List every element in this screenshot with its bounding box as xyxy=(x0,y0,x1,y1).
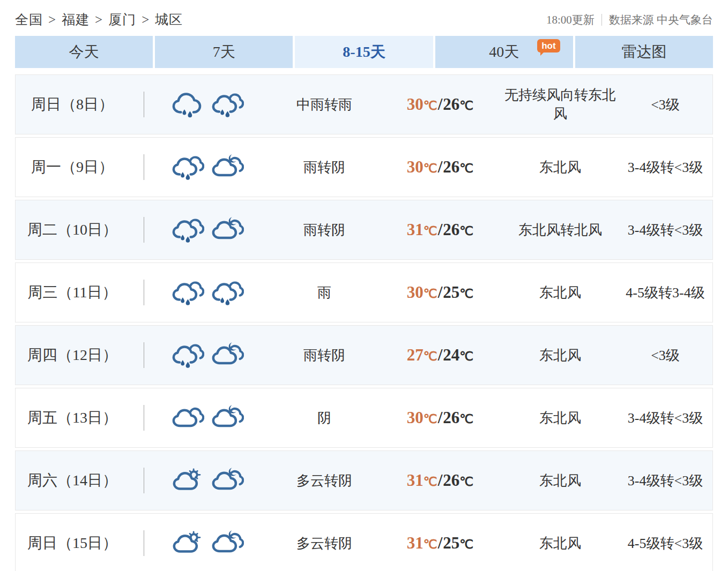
forecast-row: 周一（9日） 雨转阴 30℃/26℃ 东北风 3-4级转<3级 xyxy=(15,137,713,197)
day-label: 周三（11日） xyxy=(16,282,129,303)
temp-high: 31 xyxy=(407,534,424,552)
overcast-night-icon xyxy=(211,404,244,432)
temp-unit: ℃ xyxy=(459,162,473,175)
hot-badge: hot xyxy=(537,39,560,52)
day-label: 周日（15日） xyxy=(16,533,129,553)
temp-unit: ℃ xyxy=(424,224,437,238)
wind-direction: 东北风 xyxy=(502,409,618,427)
weather-icons xyxy=(144,404,271,432)
temp-unit: ℃ xyxy=(424,350,437,363)
temp-low: 26 xyxy=(443,408,459,427)
breadcrumb-separator: > xyxy=(142,12,150,27)
temp-separator: / xyxy=(438,408,443,427)
day-label: 周六（14日） xyxy=(16,470,129,491)
weather-text: 多云转阴 xyxy=(271,534,378,553)
temperature: 31℃/26℃ xyxy=(378,471,502,490)
tab-label: 40天 xyxy=(489,42,519,62)
temp-unit: ℃ xyxy=(459,350,473,363)
temp-low: 26 xyxy=(443,220,459,239)
weather-text: 雨转阴 xyxy=(271,158,378,177)
data-source: 数据来源 中央气象台 xyxy=(609,12,713,27)
weather-icons xyxy=(144,279,271,306)
overcast-night-icon xyxy=(211,153,244,181)
wind-level: 4-5级转3-4级 xyxy=(618,283,712,302)
temp-separator: / xyxy=(438,220,443,239)
wind-level: 3-4级转<3级 xyxy=(618,409,712,427)
wind-direction: 无持续风向转东北风 xyxy=(502,86,618,123)
weather-text: 阴 xyxy=(271,409,378,427)
breadcrumb-separator: > xyxy=(95,12,103,27)
temp-unit: ℃ xyxy=(424,538,437,551)
breadcrumb-item-district[interactable]: 城区 xyxy=(155,12,183,27)
temp-high: 30 xyxy=(407,408,424,427)
temperature: 30℃/26℃ xyxy=(378,157,502,177)
tab-radar[interactable]: 雷达图 xyxy=(575,36,713,68)
forecast-row: 周六（14日） 多云转阴 31℃/26℃ 东北风 3-4级转<3级 xyxy=(15,450,713,510)
wind-level: 4-5级转<3级 xyxy=(618,534,712,553)
wind-level: <3级 xyxy=(618,346,712,365)
temperature: 30℃/26℃ xyxy=(378,95,502,114)
breadcrumb-item-city[interactable]: 厦门 xyxy=(108,12,136,27)
weather-icons xyxy=(144,216,271,244)
breadcrumb-separator: > xyxy=(48,12,56,27)
wind-direction: 东北风 xyxy=(502,283,618,302)
overcast-night-icon xyxy=(211,467,244,494)
weather-icons xyxy=(144,91,271,118)
tab-40day[interactable]: 40天hot xyxy=(435,36,573,68)
temp-high: 30 xyxy=(407,283,424,302)
temperature: 31℃/25℃ xyxy=(378,534,502,553)
weather-icons xyxy=(144,467,271,494)
temperature: 27℃/24℃ xyxy=(378,345,502,365)
temp-unit: ℃ xyxy=(459,538,473,551)
overcast-night-icon xyxy=(211,529,244,557)
weather-icons xyxy=(144,529,271,557)
rain-icon xyxy=(171,279,204,306)
temp-separator: / xyxy=(438,534,443,552)
overcast-night-icon xyxy=(211,216,244,244)
temp-unit: ℃ xyxy=(424,412,437,426)
temp-high: 30 xyxy=(407,157,424,176)
temp-high: 31 xyxy=(407,471,424,490)
weather-text: 多云转阴 xyxy=(271,471,378,490)
forecast-row: 周三（11日） 雨 30℃/25℃ 东北风 4-5级转3-4级 xyxy=(15,262,713,322)
temperature: 30℃/25℃ xyxy=(378,283,502,302)
breadcrumb-item-national[interactable]: 全国 xyxy=(15,12,43,27)
temp-high: 27 xyxy=(407,345,424,364)
day-label: 周日（8日） xyxy=(16,94,129,115)
weather-text: 雨转阴 xyxy=(271,346,378,365)
wind-direction: 东北风转北风 xyxy=(502,221,618,239)
wind-level: 3-4级转<3级 xyxy=(618,221,712,239)
temp-unit: ℃ xyxy=(424,99,437,112)
wind-level: <3级 xyxy=(618,95,712,114)
tab-8-15day[interactable]: 8-15天 xyxy=(295,36,433,68)
tab-bar: 今天 7天 8-15天 40天hot 雷达图 xyxy=(15,36,713,68)
tab-label: 7天 xyxy=(213,42,235,62)
tab-today[interactable]: 今天 xyxy=(15,36,153,68)
temp-low: 26 xyxy=(443,157,459,176)
rain-icon xyxy=(211,279,244,306)
top-bar: 全国>福建>厦门>城区 18:00更新 数据来源 中央气象台 xyxy=(15,11,713,28)
tab-label: 今天 xyxy=(69,42,99,62)
cloudy-icon xyxy=(171,467,204,494)
day-label: 周一（9日） xyxy=(16,157,129,177)
temp-unit: ℃ xyxy=(459,224,473,238)
meta-divider xyxy=(601,14,602,26)
day-label: 周二（10日） xyxy=(16,220,129,240)
update-info: 18:00更新 数据来源 中央气象台 xyxy=(546,12,713,28)
temp-unit: ℃ xyxy=(424,162,437,175)
temperature: 30℃/26℃ xyxy=(378,408,502,427)
wind-direction: 东北风 xyxy=(502,534,618,553)
temp-unit: ℃ xyxy=(424,287,437,300)
breadcrumb: 全国>福建>厦门>城区 xyxy=(15,11,183,28)
breadcrumb-item-province[interactable]: 福建 xyxy=(62,12,90,27)
medium-rain-icon xyxy=(171,91,204,118)
temp-low: 25 xyxy=(443,534,459,552)
forecast-row: 周日（15日） 多云转阴 31℃/25℃ 东北风 4-5级转<3级 xyxy=(15,513,713,571)
tab-7day[interactable]: 7天 xyxy=(155,36,293,68)
wind-direction: 东北风 xyxy=(502,158,618,177)
temp-low: 26 xyxy=(443,95,459,114)
wind-level: 3-4级转<3级 xyxy=(618,471,712,490)
rain-icon xyxy=(211,91,244,118)
rain-icon xyxy=(171,216,204,244)
update-time: 18:00更新 xyxy=(546,12,595,27)
